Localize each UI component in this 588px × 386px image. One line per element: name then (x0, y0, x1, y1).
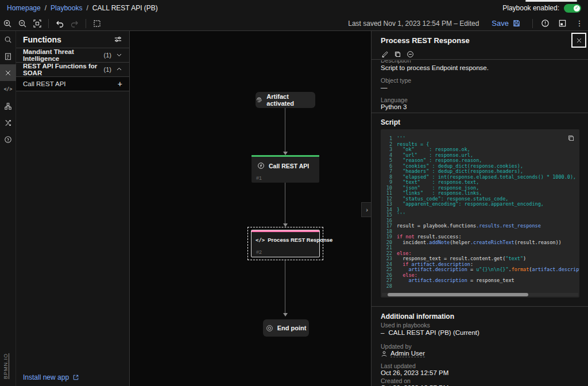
playbook-list-icon[interactable] (0, 48, 16, 64)
description-value: Script to process Endpoint response. (381, 64, 489, 71)
script-section-label: Script (381, 118, 400, 126)
script-code-block[interactable]: 1'''2results = {3 "ok" : response.ok,4 "… (381, 129, 579, 298)
playbook-enabled-toggle[interactable]: ✓ (564, 4, 581, 13)
code-icon: </> (256, 237, 265, 243)
marquee-select-icon[interactable] (90, 17, 105, 30)
updated-by-label: Updated by (381, 343, 412, 350)
add-function-icon[interactable]: + (118, 80, 122, 88)
end-node-label: End point (277, 325, 307, 331)
arrowhead-icon (283, 313, 288, 316)
edit-icon[interactable] (378, 48, 391, 60)
close-icon (576, 37, 582, 44)
close-panel-icon[interactable] (0, 64, 16, 81)
breadcrumb-separator: / (86, 4, 88, 12)
zoom-in-icon[interactable] (0, 17, 15, 30)
breadcrumb: Homepage / Playbooks / CALL REST API (PB… (0, 0, 588, 16)
canvas-toolbar: Last saved Nov 1, 2023 12:54 PM – Edited… (0, 16, 588, 31)
code-functions-icon[interactable]: </> (0, 81, 16, 98)
updated-by-value[interactable]: Admin User (390, 350, 425, 357)
chevron-down-icon (116, 50, 122, 60)
toolbar-divider (48, 19, 49, 28)
alert-info-icon[interactable] (538, 17, 552, 30)
redo-icon[interactable] (67, 17, 82, 30)
created-on-label: Created on (381, 377, 411, 384)
filter-settings-icon[interactable] (114, 35, 122, 44)
last-saved-status: Last saved Nov 1, 2023 12:54 PM – Edited (348, 20, 479, 28)
description-label-clipped: Description (381, 60, 411, 64)
chevron-up-icon (116, 64, 122, 75)
divider (372, 306, 588, 307)
undo-icon[interactable] (52, 17, 67, 30)
functions-panel-header: Functions (16, 31, 129, 48)
edge-process-to-end (285, 260, 285, 314)
last-updated-label: Last updated (381, 362, 416, 369)
playbook-enabled-label: Playbook enabled: (502, 4, 559, 12)
language-value: Python 3 (381, 103, 407, 110)
edge-call-to-process (285, 183, 285, 224)
edge-start-to-call (285, 108, 285, 152)
install-new-app-link[interactable]: Install new app (23, 373, 79, 381)
node-index: #2 (256, 249, 262, 255)
remove-icon[interactable] (404, 48, 416, 60)
playbook-canvas[interactable]: Artifact activated Call REST API #1 </> … (130, 31, 371, 386)
search-icon[interactable] (0, 31, 16, 48)
function-icon (257, 162, 265, 169)
fit-to-view-icon[interactable] (30, 17, 45, 30)
call-node-label: Call REST API (269, 163, 309, 169)
fingerprint-icon (256, 96, 262, 104)
breadcrumb-homepage[interactable]: Homepage (7, 4, 41, 12)
hierarchy-icon[interactable] (0, 98, 16, 114)
function-item-call-rest-api[interactable]: Call REST API + (16, 77, 129, 91)
divider (372, 59, 588, 60)
object-type-label: Object type (381, 77, 411, 84)
process-node-label: Process REST Response (268, 237, 332, 243)
zoom-out-icon[interactable] (15, 17, 30, 30)
close-panel-button[interactable] (571, 33, 586, 48)
copy-code-icon[interactable] (567, 134, 575, 144)
save-icon (512, 19, 521, 28)
open-panel-icon[interactable] (555, 17, 569, 30)
playbook-editor: Homepage / Playbooks / CALL REST API (PB… (0, 0, 588, 386)
functions-panel: Functions Mandiant Threat Intelligence (… (16, 31, 130, 386)
node-status-bar (252, 155, 319, 157)
toolbar-divider (532, 19, 533, 28)
divider (372, 113, 588, 113)
data-flow-icon[interactable] (0, 114, 16, 131)
left-icon-rail: </> BPMN.IO (0, 31, 16, 386)
page-scrollbar-thumb[interactable] (525, 0, 577, 2)
start-node-label: Artifact activated (266, 93, 315, 107)
functions-title: Functions (23, 35, 61, 44)
additional-info-title: Additional information (381, 312, 454, 321)
save-button[interactable]: Save (492, 19, 521, 28)
code-hscrollbar-thumb[interactable] (388, 293, 528, 296)
save-label: Save (492, 19, 509, 28)
updated-by-user: Admin User (381, 350, 425, 357)
language-label: Language (381, 96, 408, 103)
toolbar-divider (86, 19, 86, 28)
list-dash: – (381, 329, 384, 336)
group-count: (1) (104, 52, 111, 59)
end-node[interactable]: End point (263, 319, 309, 337)
external-link-icon (72, 374, 79, 381)
breadcrumb-separator: / (45, 4, 47, 12)
process-rest-response-node[interactable]: </> Process REST Response #2 (251, 230, 320, 257)
toggle-knob-check-icon: ✓ (574, 5, 580, 11)
panel-title: Process REST Response (381, 36, 470, 45)
object-type-value: — (381, 84, 388, 91)
used-in-playbooks-label: Used in playbooks (381, 322, 430, 329)
last-updated-value: Oct 26, 2023 12:57 PM (381, 369, 448, 376)
breadcrumb-current: CALL REST API (PB) (92, 4, 158, 12)
duplicate-icon[interactable] (391, 48, 404, 60)
bpmn-io-link[interactable]: BPMN.IO (3, 353, 9, 379)
help-icon[interactable] (0, 131, 16, 148)
user-icon (381, 350, 388, 357)
node-detail-panel: Process REST Response Description Script… (371, 31, 588, 386)
node-index: #1 (256, 175, 262, 181)
function-group-mandiant[interactable]: Mandiant Threat Intelligence (1) (16, 48, 129, 63)
code-lines: 1'''2results = {3 "ok" : response.ok,4 "… (381, 136, 579, 290)
call-rest-api-node[interactable]: Call REST API #1 (252, 155, 319, 183)
overflow-menu-icon[interactable]: ⋮ (572, 17, 586, 30)
function-group-rest-api[interactable]: REST API Functions for SOAR (1) (16, 63, 129, 77)
start-node[interactable]: Artifact activated (256, 92, 315, 108)
breadcrumb-playbooks[interactable]: Playbooks (51, 4, 82, 12)
